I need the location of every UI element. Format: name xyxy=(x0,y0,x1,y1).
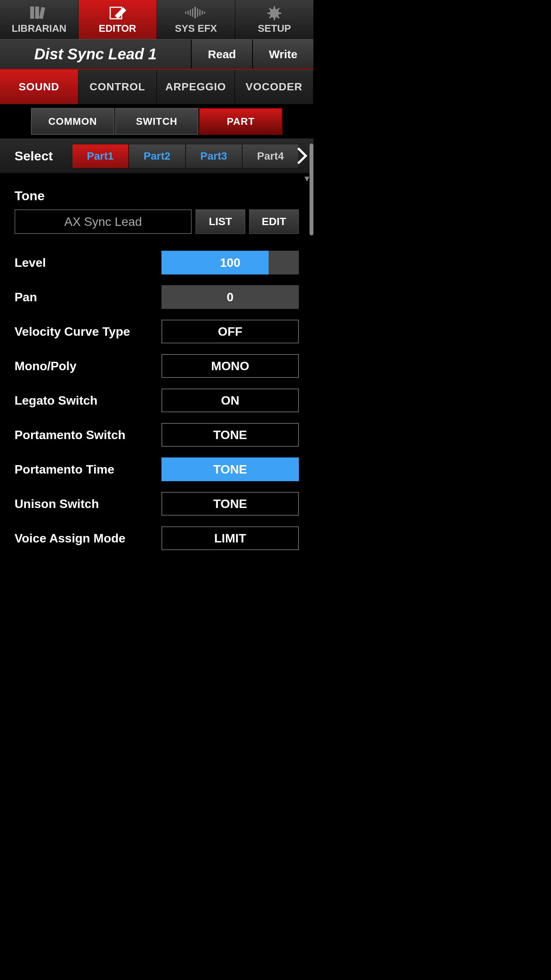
level-slider[interactable]: 100 xyxy=(161,251,299,274)
param-label: Portamento Switch xyxy=(15,428,161,442)
select-label: Select xyxy=(15,149,72,163)
param-label: Voice Assign Mode xyxy=(15,531,161,546)
param-level: Level 100 xyxy=(15,245,299,280)
svg-rect-0 xyxy=(30,7,34,19)
tone-section-title: Tone xyxy=(15,188,299,203)
param-label: Unison Switch xyxy=(15,497,161,511)
svg-rect-5 xyxy=(187,11,189,15)
part-tabs: Part1 Part2 Part3 Part4 xyxy=(72,144,313,168)
param-portamento-time: Portamento Time TONE xyxy=(15,452,299,487)
param-velocity-curve: Velocity Curve Type OFF xyxy=(15,314,299,349)
tab-arpeggio[interactable]: ARPEGGIO xyxy=(157,70,235,104)
part-tab-2[interactable]: Part2 xyxy=(129,144,185,168)
select-row: Select Part1 Part2 Part3 Part4 xyxy=(0,139,313,173)
tone-name-display[interactable]: AX Sync Lead xyxy=(15,209,192,234)
nav-label: SETUP xyxy=(258,23,291,34)
nav-label: SYS EFX xyxy=(175,23,217,34)
svg-rect-6 xyxy=(190,10,191,16)
subtab-switch[interactable]: SWITCH xyxy=(115,108,199,135)
velocity-curve-select[interactable]: OFF xyxy=(161,320,299,343)
nav-librarian[interactable]: LIBRARIAN xyxy=(0,0,78,39)
part-tab-1[interactable]: Part1 xyxy=(72,144,129,168)
portamento-switch-select[interactable]: TONE xyxy=(161,423,299,447)
pan-slider[interactable]: 0 xyxy=(161,285,299,309)
nav-label: EDITOR xyxy=(99,23,136,34)
select-value: TONE xyxy=(161,457,299,481)
nav-editor[interactable]: EDITOR xyxy=(78,0,157,39)
svg-rect-7 xyxy=(192,8,193,17)
program-bar: Dist Sync Lead 1 Read Write xyxy=(0,39,313,70)
select-value: LIMIT xyxy=(161,526,299,550)
read-button[interactable]: Read xyxy=(191,39,252,69)
param-label: Mono/Poly xyxy=(15,359,161,373)
part-tab-3[interactable]: Part3 xyxy=(186,144,242,168)
tone-list-button[interactable]: LIST xyxy=(196,209,245,234)
slider-value: 100 xyxy=(161,251,299,274)
param-portamento-switch: Portamento Switch TONE xyxy=(15,418,299,452)
legato-switch-select[interactable]: ON xyxy=(161,389,299,412)
program-title: Dist Sync Lead 1 xyxy=(0,39,191,69)
nav-label: LIBRARIAN xyxy=(12,23,67,34)
param-label: Pan xyxy=(15,290,161,304)
select-value: MONO xyxy=(161,354,299,378)
svg-rect-2 xyxy=(39,7,45,19)
sub-tabs: COMMON SWITCH PART xyxy=(0,104,313,139)
param-voice-assign-mode: Voice Assign Mode LIMIT xyxy=(15,521,299,555)
gear-icon xyxy=(263,5,286,20)
param-label: Velocity Curve Type xyxy=(15,325,161,339)
svg-rect-1 xyxy=(35,7,39,19)
voice-assign-select[interactable]: LIMIT xyxy=(161,526,299,550)
param-pan: Pan 0 xyxy=(15,280,299,314)
indicator-row: ▼ xyxy=(0,173,313,185)
svg-rect-8 xyxy=(194,7,196,18)
write-button[interactable]: Write xyxy=(252,39,313,69)
select-value: ON xyxy=(161,389,299,412)
svg-rect-12 xyxy=(204,11,205,14)
portamento-time-select[interactable]: TONE xyxy=(161,457,299,481)
subtab-part[interactable]: PART xyxy=(199,108,282,135)
svg-rect-11 xyxy=(202,11,203,15)
subtab-common[interactable]: COMMON xyxy=(31,108,114,135)
nav-setup[interactable]: SETUP xyxy=(235,0,313,39)
tone-row: AX Sync Lead LIST EDIT xyxy=(15,209,299,234)
svg-rect-4 xyxy=(185,11,186,14)
params-panel: Tone AX Sync Lead LIST EDIT Level 100 Pa… xyxy=(0,188,313,571)
select-value: TONE xyxy=(161,492,299,516)
scrollbar[interactable] xyxy=(310,144,313,235)
select-value: TONE xyxy=(161,423,299,447)
svg-rect-10 xyxy=(199,10,201,16)
param-label: Level xyxy=(15,256,161,270)
tab-vocoder[interactable]: VOCODER xyxy=(235,70,313,104)
books-icon xyxy=(28,5,51,20)
slider-value: 0 xyxy=(161,285,299,309)
param-label: Legato Switch xyxy=(15,394,161,408)
param-unison-switch: Unison Switch TONE xyxy=(15,487,299,521)
nav-sysefx[interactable]: SYS EFX xyxy=(157,0,235,39)
top-nav: LIBRARIAN EDITOR SYS EFX SETUP xyxy=(0,0,313,39)
main-tabs: SOUND CONTROL ARPEGGIO VOCODER xyxy=(0,70,313,104)
svg-rect-9 xyxy=(197,8,198,17)
select-value: OFF xyxy=(161,320,299,343)
wave-icon xyxy=(184,5,207,20)
param-legato-switch: Legato Switch ON xyxy=(15,383,299,418)
tab-control[interactable]: CONTROL xyxy=(78,70,157,104)
mono-poly-select[interactable]: MONO xyxy=(161,354,299,378)
param-label: Portamento Time xyxy=(15,462,161,477)
tab-sound[interactable]: SOUND xyxy=(0,70,78,104)
tone-edit-button[interactable]: EDIT xyxy=(249,209,299,234)
pencil-icon xyxy=(106,5,129,20)
unison-switch-select[interactable]: TONE xyxy=(161,492,299,516)
param-mono-poly: Mono/Poly MONO xyxy=(15,349,299,383)
